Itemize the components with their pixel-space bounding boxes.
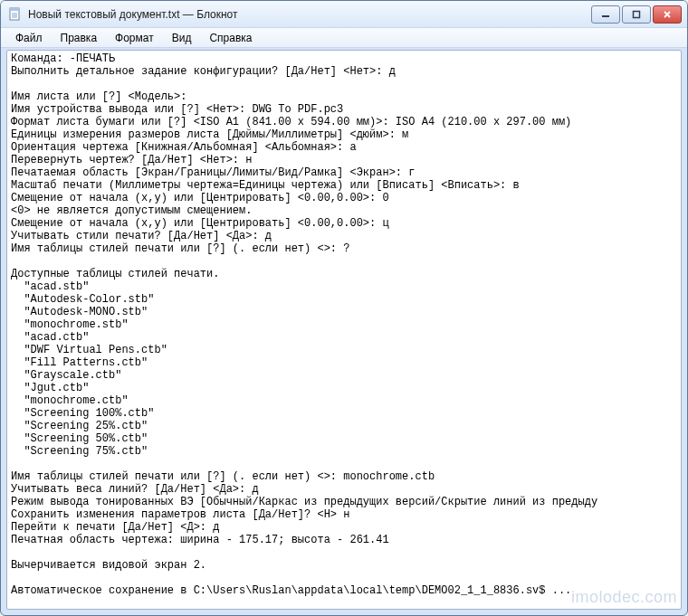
svg-rect-1 [10,8,19,11]
menu-file[interactable]: Файл [6,30,52,46]
maximize-button[interactable] [622,5,651,24]
minimize-button[interactable] [591,5,620,24]
menu-format[interactable]: Формат [106,30,163,46]
menu-view[interactable]: Вид [163,30,201,46]
titlebar[interactable]: Новый текстовый документ.txt — Блокнот [1,1,687,28]
window-controls [589,5,682,24]
menu-edit[interactable]: Правка [52,30,107,46]
close-button[interactable] [653,5,682,24]
text-area[interactable]: Команда: -ПЕЧАТЬ Выполнить детальное зад… [7,51,681,609]
notepad-window: Новый текстовый документ.txt — Блокнот Ф… [0,0,688,616]
svg-rect-6 [634,11,640,17]
menubar: Файл Правка Формат Вид Справка [1,28,687,48]
client-area: Команда: -ПЕЧАТЬ Выполнить детальное зад… [6,50,682,610]
menu-help[interactable]: Справка [200,30,261,46]
window-title: Новый текстовый документ.txt — Блокнот [28,8,589,21]
notepad-icon [8,7,23,22]
